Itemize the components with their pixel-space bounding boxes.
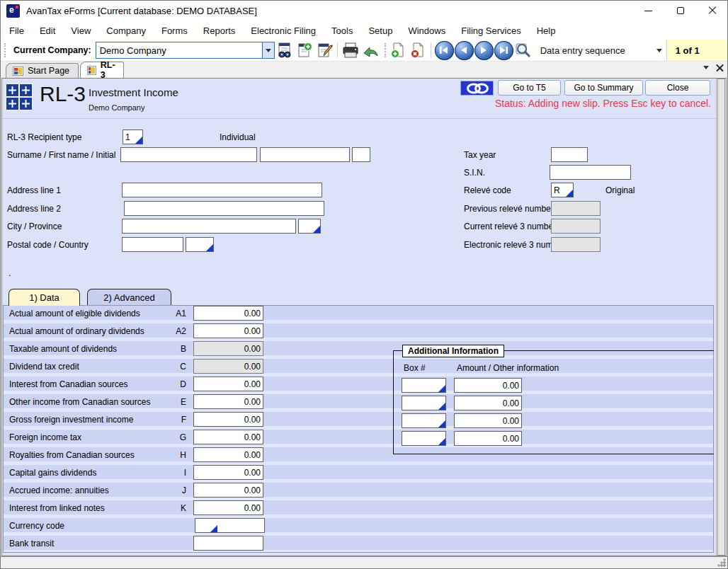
- currency-code-input[interactable]: [195, 518, 265, 533]
- amount-input-i[interactable]: [193, 465, 263, 480]
- amount-input-a2[interactable]: [193, 323, 263, 338]
- other-info-amount-input[interactable]: [454, 396, 522, 410]
- menu-item-forms[interactable]: Forms: [154, 23, 195, 39]
- form-window: RL-3 Investment Income Demo Company Go t…: [1, 78, 727, 556]
- toolbar-separator: [431, 42, 431, 58]
- review-slips-button[interactable]: [514, 41, 533, 60]
- new-company-button[interactable]: [295, 41, 314, 60]
- recipient-type-label: RL-3 Recipient type: [7, 132, 81, 142]
- menu-item-tools[interactable]: Tools: [324, 23, 360, 39]
- edit-company-button[interactable]: [315, 41, 334, 60]
- print-button[interactable]: [341, 41, 360, 60]
- other-info-amount-input[interactable]: [454, 413, 522, 428]
- previous-releve-input: [551, 201, 601, 216]
- box-number-input[interactable]: [402, 396, 446, 410]
- resize-grip-icon[interactable]: [717, 558, 726, 567]
- add-slip-button[interactable]: [389, 41, 408, 60]
- last-slip-button[interactable]: [494, 41, 513, 60]
- close-form-button[interactable]: Close: [645, 80, 710, 96]
- menu-item-edit[interactable]: Edit: [32, 23, 63, 39]
- chevron-down-icon[interactable]: [262, 42, 274, 58]
- address2-input[interactable]: [124, 201, 324, 216]
- tab-start-page[interactable]: Start Page: [6, 63, 79, 78]
- box-number-input[interactable]: [402, 413, 446, 428]
- print-icon: [341, 42, 360, 59]
- minimize-button[interactable]: [632, 0, 664, 21]
- amount-input-j[interactable]: [193, 483, 263, 498]
- find-company-button[interactable]: [275, 41, 295, 60]
- tax-year-input[interactable]: [551, 147, 588, 162]
- tab-advanced[interactable]: 2) Advanced: [87, 289, 171, 305]
- close-button[interactable]: [696, 0, 728, 21]
- maximize-button[interactable]: [664, 0, 696, 21]
- address2-label: Address line 2: [7, 204, 61, 214]
- tab-rl3[interactable]: RL-3: [80, 62, 124, 78]
- previous-releve-label: Previous relevé number: [464, 204, 554, 214]
- menu-item-filing-services[interactable]: Filing Services: [453, 23, 529, 39]
- menu-item-reports[interactable]: Reports: [195, 23, 244, 39]
- postal-code-input[interactable]: [122, 237, 183, 252]
- amount-input-a1[interactable]: [193, 306, 263, 321]
- surname-input[interactable]: [120, 147, 257, 162]
- sin-input[interactable]: [550, 165, 631, 180]
- initial-input[interactable]: [352, 147, 370, 162]
- next-slip-button[interactable]: [474, 41, 494, 60]
- tab-list-dropdown-icon[interactable]: [703, 66, 709, 69]
- current-company-value: Demo Company: [96, 45, 166, 56]
- bank-transit-input[interactable]: [193, 536, 263, 551]
- additional-information-group: Additional Information Box # Amount / Ot…: [393, 350, 714, 454]
- current-company-select[interactable]: Demo Company: [96, 42, 275, 59]
- menu-item-company[interactable]: Company: [98, 23, 154, 39]
- other-info-amount-input[interactable]: [454, 378, 522, 393]
- recipient-type-input[interactable]: [123, 130, 143, 144]
- current-company-label: Current Company:: [13, 45, 91, 55]
- previous-slip-button[interactable]: [455, 41, 474, 60]
- menu-item-windows[interactable]: Windows: [400, 23, 453, 39]
- other-info-amount-input[interactable]: [454, 431, 522, 446]
- tab-data[interactable]: 1) Data: [8, 289, 80, 306]
- amount-input-e[interactable]: [193, 394, 263, 409]
- releve-code-input[interactable]: [551, 183, 574, 197]
- menu-item-view[interactable]: View: [63, 23, 98, 39]
- menu-item-file[interactable]: File: [1, 23, 32, 39]
- menu-item-electronic-filing[interactable]: Electronic Filing: [243, 23, 324, 39]
- first-slip-button[interactable]: [435, 41, 454, 60]
- delete-slip-button[interactable]: [409, 41, 428, 60]
- province-input[interactable]: [298, 219, 321, 234]
- amount-input-d[interactable]: [193, 377, 263, 391]
- field-label: Actual amount of ordinary dividends: [9, 326, 144, 336]
- currency-code-field-wrap: [195, 518, 218, 533]
- chevron-down-icon: [656, 49, 662, 52]
- menu-item-setup[interactable]: Setup: [360, 23, 400, 39]
- amount-input-k[interactable]: [193, 500, 263, 515]
- additional-info-row: [394, 431, 714, 449]
- sort-sequence-select[interactable]: Data entry sequence: [540, 45, 662, 56]
- close-tab-icon[interactable]: [716, 64, 724, 71]
- first-name-input[interactable]: [260, 147, 350, 162]
- amount-input-h[interactable]: [193, 447, 263, 462]
- nav-next-icon: [480, 47, 487, 54]
- menu-item-help[interactable]: Help: [529, 23, 564, 39]
- menu-bar: FileEditViewCompanyFormsReportsElectroni…: [0, 21, 728, 40]
- address1-input[interactable]: [122, 183, 322, 197]
- box-number-input[interactable]: [402, 378, 446, 393]
- additional-info-row: [394, 378, 714, 396]
- delete-slip-icon: [409, 42, 426, 59]
- tab-label: Start Page: [28, 66, 69, 76]
- city-input[interactable]: [122, 219, 296, 234]
- amount-input-g[interactable]: [193, 430, 263, 444]
- box-number-input[interactable]: [402, 431, 446, 446]
- vertical-scrollbar[interactable]: [716, 79, 726, 556]
- scrollbar-thumb[interactable]: [717, 79, 725, 556]
- field-label: Other income from Canadian sources: [9, 397, 150, 407]
- linked-slips-toggle[interactable]: [460, 81, 494, 96]
- goto-summary-button[interactable]: Go to Summary: [564, 80, 643, 96]
- app-icon: e: [6, 4, 20, 18]
- goto-t5-button[interactable]: Go to T5: [498, 80, 561, 96]
- field-label: Royalties from Canadian sources: [9, 450, 135, 460]
- undo-button[interactable]: [361, 41, 380, 60]
- data-row: Interest from linked notesK: [4, 500, 713, 518]
- country-input[interactable]: [186, 237, 214, 252]
- data-row: Bank transit: [4, 536, 713, 552]
- amount-input-f[interactable]: [193, 412, 263, 427]
